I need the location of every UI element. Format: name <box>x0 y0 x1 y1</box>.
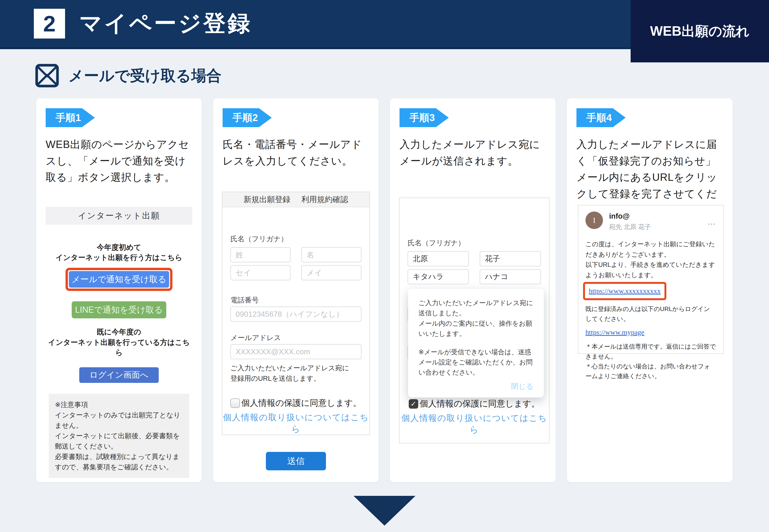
email-body: この度は、インターネット出願にご登録いただきありがとうございます。 以下URLよ… <box>586 239 716 381</box>
privacy-agree-label: 個人情報の保護に同意します。 <box>241 397 361 409</box>
receive-by-line-button[interactable]: LINEで通知を受け取る <box>72 301 166 318</box>
first-time-caption-line1: 今年度初めて <box>46 242 192 252</box>
section-heading: メールで受け取る場合 <box>35 64 769 87</box>
check-icon: ✓ <box>410 400 416 408</box>
email-helper-line2: 登録用のURLを送信します。 <box>231 373 369 384</box>
email-footer-notes: ＊本メールは送信専用です。返信にはご回答できません。 ＊心当たりのない場合は、お… <box>586 342 716 381</box>
email-note-line2: ＊心当たりのない場合は、お問い合わせフォームよりご連絡ください。 <box>586 362 716 381</box>
avatar-letter: I <box>593 216 596 225</box>
phone-input[interactable] <box>231 307 361 322</box>
step2-description: 氏名・電話番号・メールアドレスを入力してください。 <box>223 136 369 169</box>
step1-badge: 手順1 <box>46 108 95 127</box>
email-helper-text: ご入力いただいたメールアドレス宛に 登録用のURLを送信します。 <box>231 363 369 384</box>
registration-url-link[interactable]: https://www.xxxxxxxxxx <box>589 287 661 295</box>
section-title: メールで受け取る場合 <box>68 65 222 86</box>
mail-sent-modal: ご入力いただいたメールアドレス宛に送信しました。 メール内のご案内に従い、操作を… <box>408 289 544 398</box>
step4-badge: 手順4 <box>576 108 626 127</box>
tab-terms-confirmation[interactable]: 利用規約確認 <box>301 194 348 205</box>
step3-description: 入力したメールアドレス宛にメールが送信されます。 <box>400 136 546 169</box>
notice-line2: インターネットのみでは出願完了となりません。 <box>55 410 183 431</box>
internet-application-title-bar: インターネット出願 <box>46 207 192 225</box>
step-card-1: 手順1 WEB出願のページからアクセスし、「メールで通知を受け取る」ボタン選択し… <box>36 98 202 482</box>
page-title: マイページ登録 <box>79 9 252 39</box>
down-arrow-icon <box>354 496 416 526</box>
mail-icon <box>35 64 59 87</box>
privacy-agree-row: 個人情報の保護に同意します。 <box>222 397 369 409</box>
modal-close-button[interactable]: 閉じる <box>418 381 533 391</box>
modal-line1: ご入力いただいたメールアドレス宛に送信しました。 <box>418 298 533 318</box>
last-name-kana-input-filled[interactable] <box>408 269 469 284</box>
step4-badge-label: 手順4 <box>587 111 612 124</box>
more-options-icon[interactable]: … <box>708 217 716 226</box>
submit-button[interactable]: 送信 <box>266 452 326 470</box>
modal-note: ※メールが受信できない場合は、迷惑メール設定をご確認いただくか、お問い合わせくだ… <box>418 347 533 378</box>
receive-by-mail-button[interactable]: メールで通知を受け取る <box>69 271 169 288</box>
privacy-agree-row-checked: ✓ 個人情報の保護に同意します。 <box>400 398 549 410</box>
highlight-outline-url: https://www.xxxxxxxxxx <box>583 282 666 300</box>
step1-description: WEB出願のページからアクセスし、「メールで通知を受け取る」ボタン選択します。 <box>46 136 192 186</box>
step3-badge-label: 手順3 <box>409 111 435 124</box>
step-card-4: 手順4 入力したメールアドレスに届く「仮登録完了のお知らせ」メール内にあるURL… <box>567 98 733 482</box>
first-time-caption-line2: インターネット出願を行う方はこちら <box>46 252 192 263</box>
email-helper-line1: ご入力いただいたメールアドレス宛に <box>231 363 369 373</box>
to-login-screen-button[interactable]: ログイン画面へ <box>79 367 159 383</box>
steps-row: 手順1 WEB出願のページからアクセスし、「メールで通知を受け取る」ボタン選択し… <box>36 98 733 482</box>
email-preview-panel: I info@ 宛先 北原 花子 … この度は、インターネット出願にご登録いただ… <box>578 205 724 354</box>
last-name-input-filled[interactable] <box>408 251 469 266</box>
notice-line4: 必要書類は、試験種別によって異なりますので、募集要項をご確認ください。 <box>55 451 183 472</box>
last-name-kana-input[interactable] <box>231 265 291 280</box>
email-body-line2: 以下URLより、手続きを進めていただきますようお願いいたします。 <box>586 260 716 280</box>
first-name-kana-input[interactable] <box>301 265 361 280</box>
step-card-3: 手順3 入力したメールアドレス宛にメールが送信されます。 氏名（フリガナ） 電話… <box>390 98 555 482</box>
name-label: 氏名（フリガナ） <box>231 234 369 244</box>
first-name-input-filled[interactable] <box>480 251 541 266</box>
name-label-filled: 氏名（フリガナ） <box>408 238 549 248</box>
email-from: info@ <box>609 212 651 221</box>
email-note-line1: ＊本メールは送信専用です。返信にはご回答できません。 <box>586 342 716 361</box>
email-to: 宛先 北原 花子 <box>609 223 651 231</box>
checked-checkbox[interactable]: ✓ <box>409 399 418 409</box>
privacy-policy-link[interactable]: 個人情報の取り扱いについてはこちら <box>222 412 369 435</box>
step1-badge-label: 手順1 <box>56 111 81 124</box>
step2-badge: 手順2 <box>223 108 272 127</box>
email-meta: info@ 宛先 北原 花子 <box>609 212 651 231</box>
header-bar: 2 マイページ登録 WEB出願の流れ <box>0 0 769 49</box>
first-time-caption: 今年度初めて インターネット出願を行う方はこちら <box>46 242 192 263</box>
already-applied-caption: 既に今年度の インターネット出願を行っている方はこちら <box>46 327 192 358</box>
first-name-kana-input-filled[interactable] <box>480 269 541 284</box>
phone-label: 電話番号 <box>231 295 369 305</box>
header-corner-badge: WEB出願の流れ <box>631 0 769 62</box>
header-corner-label: WEB出願の流れ <box>650 22 750 40</box>
privacy-policy-link-3[interactable]: 個人情報の取り扱いについてはこちら <box>400 412 549 436</box>
form-panel-header: 新規出願登録 利用規約確認 <box>222 192 369 207</box>
email-header: I info@ 宛先 北原 花子 … <box>586 212 716 231</box>
notice-line3: インターネットにて出願後、必要書類を郵送してください。 <box>55 431 183 451</box>
sent-confirmation-panel: 氏名（フリガナ） 電話番号 メールアドレス ご入力いただいたメールアドレス宛に … <box>399 198 549 443</box>
privacy-agree-label-3: 個人情報の保護に同意します。 <box>420 398 540 410</box>
email-label: メールアドレス <box>231 333 369 343</box>
registration-form-panel: 新規出願登録 利用規約確認 氏名（フリガナ） 電話番号 メールアドレス ご入 <box>222 192 370 435</box>
already-applied-line2: インターネット出願を行っている方はこちら <box>46 337 192 358</box>
modal-line2: メール内のご案内に従い、操作をお願いいたします。 <box>418 318 533 339</box>
step2-badge-label: 手順2 <box>233 111 258 124</box>
email-body-line1: この度は、インターネット出願にご登録いただきありがとうございます。 <box>586 239 716 260</box>
tab-new-application[interactable]: 新規出願登録 <box>244 194 291 205</box>
sender-avatar: I <box>586 212 603 229</box>
last-name-input[interactable] <box>231 247 291 262</box>
notice-title: ※注意事項 <box>55 399 183 410</box>
highlight-outline: メールで通知を受け取る <box>65 268 172 291</box>
notice-box: ※注意事項 インターネットのみでは出願完了となりません。 インターネットにて出願… <box>49 394 189 478</box>
step3-badge: 手順3 <box>400 108 449 127</box>
step-card-2: 手順2 氏名・電話番号・メールアドレスを入力してください。 新規出願登録 利用規… <box>213 98 379 482</box>
section-number: 2 <box>43 11 56 37</box>
section-number-box: 2 <box>34 9 65 39</box>
privacy-agree-checkbox[interactable] <box>231 398 240 408</box>
mypage-url-link[interactable]: https://www.mypage <box>586 328 644 336</box>
email-input[interactable] <box>231 344 361 359</box>
first-name-input[interactable] <box>301 247 361 262</box>
email-body-line3: 既に登録済みの人は以下のURLからログインしてください。 <box>586 304 716 324</box>
already-applied-line1: 既に今年度の <box>46 327 192 337</box>
